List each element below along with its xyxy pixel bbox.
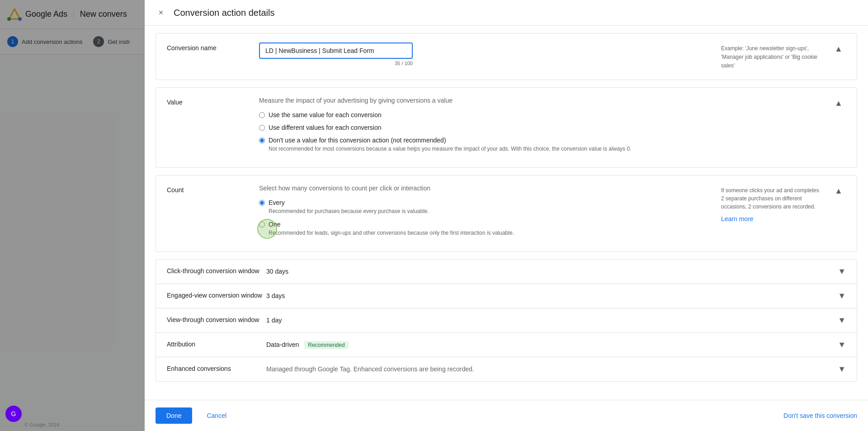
enhanced-conversions-value: Managed through Google Tag. Enhanced con…: [266, 365, 838, 373]
conversion-name-toggle[interactable]: ▲: [831, 43, 846, 54]
view-through-label: View-through conversion window: [167, 316, 266, 325]
value-toggle[interactable]: ▲: [831, 97, 846, 108]
conversion-action-dialog: × Conversion action details Conversion n…: [145, 0, 868, 431]
radio-every: Every Recommended for purchases because …: [259, 199, 710, 215]
attribution-chevron-icon[interactable]: ▼: [838, 340, 846, 350]
dialog-header: × Conversion action details: [145, 0, 868, 26]
count-side: If someone clicks your ad and completes …: [721, 185, 821, 224]
dialog-body: Conversion name 35 / 100 Example: 'June …: [145, 26, 868, 400]
diff-value-radio[interactable]: [259, 125, 265, 131]
conversion-name-section: Conversion name 35 / 100 Example: 'June …: [156, 33, 857, 80]
no-value-desc: Not recommended for most conversions bec…: [269, 145, 631, 153]
conversion-name-label: Conversion name: [167, 43, 248, 52]
no-value-radio[interactable]: [259, 137, 265, 143]
engaged-view-value: 3 days: [266, 292, 838, 299]
char-count: 35 / 100: [259, 61, 413, 66]
google-account-icon[interactable]: G: [5, 406, 22, 422]
click-through-label: Click-through conversion window: [167, 267, 266, 276]
view-through-value: 1 day: [266, 317, 838, 324]
done-button[interactable]: Done: [156, 407, 192, 424]
count-side-text: If someone clicks your ad and completes …: [721, 186, 821, 211]
every-label: Every: [269, 199, 429, 206]
no-value-label: Don't use a value for this conversion ac…: [269, 137, 631, 144]
conversion-name-content: 35 / 100: [259, 43, 710, 66]
learn-more-link[interactable]: Learn more: [721, 214, 821, 224]
engaged-view-row[interactable]: Engaged-view conversion window 3 days ▼: [156, 284, 857, 308]
conversion-name-input[interactable]: [259, 43, 413, 59]
value-label: Value: [167, 97, 248, 106]
radio-one: One Recommended for leads, sign-ups and …: [259, 221, 710, 237]
attribution-value: Data-driven Recommended: [266, 341, 838, 348]
count-chevron-up-icon: ▲: [835, 186, 843, 196]
count-content: Select how many conversions to count per…: [259, 185, 710, 242]
radio-diff-value: Use different values for each conversion: [259, 124, 710, 131]
radio-same-value: Use the same value for each conversion: [259, 111, 710, 118]
click-through-chevron-icon[interactable]: ▼: [838, 267, 846, 276]
dialog-footer: Done Cancel Don't save this conversion: [145, 400, 868, 431]
count-label: Count: [167, 185, 248, 194]
value-description: Measure the impact of your advertising b…: [259, 97, 710, 104]
cancel-button[interactable]: Cancel: [199, 407, 234, 424]
recommended-badge: Recommended: [304, 341, 348, 349]
enhanced-conversions-chevron-icon[interactable]: ▼: [838, 365, 846, 374]
view-through-row[interactable]: View-through conversion window 1 day ▼: [156, 308, 857, 333]
every-radio[interactable]: [259, 200, 265, 206]
value-content: Measure the impact of your advertising b…: [259, 97, 710, 158]
value-section: Value Measure the impact of your adverti…: [156, 87, 857, 168]
count-section: Count Select how many conversions to cou…: [156, 175, 857, 252]
value-chevron-up-icon: ▲: [835, 99, 843, 108]
value-side: [721, 97, 821, 99]
conversion-name-example: Example: 'June newsletter sign-ups', 'Ma…: [721, 43, 821, 71]
radio-no-value: Don't use a value for this conversion ac…: [259, 137, 710, 153]
one-radio[interactable]: [259, 222, 265, 227]
click-through-value: 30 days: [266, 268, 838, 275]
same-value-label: Use the same value for each conversion: [269, 111, 382, 118]
close-button[interactable]: ×: [156, 7, 166, 18]
engaged-view-label: Engaged-view conversion window: [167, 291, 266, 300]
chevron-up-icon: ▲: [835, 44, 843, 54]
every-desc: Recommended for purchases because every …: [269, 207, 429, 215]
enhanced-conversions-label: Enhanced conversions: [167, 365, 266, 374]
attribution-row[interactable]: Attribution Data-driven Recommended ▼: [156, 333, 857, 357]
windows-section: Click-through conversion window 30 days …: [156, 259, 857, 382]
count-description: Select how many conversions to count per…: [259, 185, 710, 192]
copyright-text: © Google, 2024: [24, 422, 59, 427]
diff-value-label: Use different values for each conversion: [269, 124, 382, 131]
engaged-view-chevron-icon[interactable]: ▼: [838, 291, 846, 301]
one-desc: Recommended for leads, sign-ups and othe…: [269, 229, 514, 237]
dont-save-button[interactable]: Don't save this conversion: [783, 412, 857, 419]
one-label: One: [269, 221, 514, 228]
account-icon-letter: G: [11, 410, 16, 417]
count-toggle[interactable]: ▲: [831, 185, 846, 196]
click-through-row[interactable]: Click-through conversion window 30 days …: [156, 260, 857, 284]
enhanced-conversions-row[interactable]: Enhanced conversions Managed through Goo…: [156, 357, 857, 381]
dialog-title: Conversion action details: [174, 8, 274, 18]
same-value-radio[interactable]: [259, 112, 265, 118]
view-through-chevron-icon[interactable]: ▼: [838, 316, 846, 325]
attribution-label: Attribution: [167, 340, 266, 349]
